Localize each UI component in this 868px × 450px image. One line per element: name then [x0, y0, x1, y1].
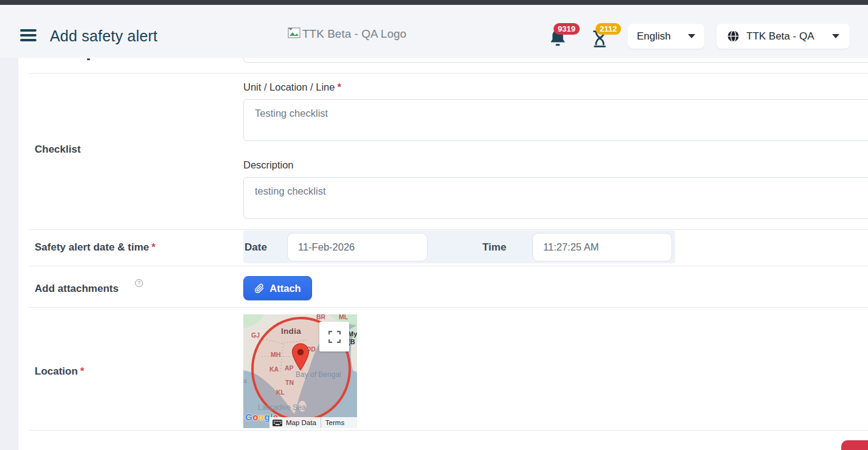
unit-location-line-value: Testing checklist — [255, 108, 328, 119]
broken-image-icon — [288, 27, 300, 41]
description-label: Description — [243, 159, 294, 171]
keyboard-icon[interactable] — [273, 420, 282, 426]
language-dropdown[interactable]: English — [628, 24, 704, 49]
map-state-label: KL — [276, 389, 285, 396]
bell-count-badge: 9319 — [554, 23, 580, 35]
unit-location-line-label-text: Unit / Location / Line — [243, 81, 335, 92]
map-state-label: TN — [285, 379, 294, 386]
partial-red-button[interactable] — [841, 440, 868, 450]
app-header: Add safety alert TTK Beta - QA Logo 9319… — [0, 5, 868, 58]
notifications-bell[interactable]: 9319 — [549, 22, 586, 51]
globe-icon — [727, 30, 740, 43]
attachments-row-label: Add attachments — [35, 283, 119, 295]
attach-button-label: Attach — [269, 283, 300, 294]
tenant-dropdown-label: TTK Beta - QA — [746, 30, 826, 43]
location-row-label: Location* — [35, 365, 84, 378]
datetime-row-label-text: Safety alert date & time — [35, 241, 149, 253]
required-asterisk: * — [80, 365, 85, 377]
map-state-label: GJ — [251, 331, 260, 339]
time-input[interactable]: 11:27:25 AM — [532, 233, 672, 261]
map-state-label: KA — [269, 365, 279, 373]
hourglass-count-badge: 2112 — [595, 23, 621, 35]
tenant-dropdown[interactable]: TTK Beta - QA — [717, 24, 850, 49]
map-sea-label: Laccadive Sea — [258, 403, 306, 412]
required-asterisk: * — [337, 81, 341, 92]
help-icon[interactable]: ? — [135, 279, 143, 287]
row-divider — [29, 266, 868, 266]
app-logo: TTK Beta - QA Logo — [288, 27, 406, 41]
required-asterisk: * — [151, 241, 156, 253]
map-state-label: MH — [271, 351, 280, 358]
date-input[interactable]: 11-Feb-2026 — [287, 233, 428, 261]
map-state-label: BR — [316, 314, 325, 320]
chevron-down-icon — [832, 34, 839, 38]
map-partial-label: My — [348, 330, 357, 338]
hamburger-menu-icon[interactable] — [20, 29, 36, 44]
attribution-divider — [321, 417, 321, 428]
terms-link[interactable]: Terms — [325, 419, 344, 426]
language-dropdown-label: English — [637, 30, 682, 43]
map-attribution-bar: Map Data Terms — [269, 417, 357, 428]
description-value: testing checklist — [255, 185, 325, 196]
map-fullscreen-button[interactable] — [319, 322, 349, 351]
row-divider — [29, 307, 868, 308]
time-label: Time — [482, 241, 506, 254]
unit-location-line-input[interactable]: Testing checklist — [243, 99, 868, 141]
pending-actions[interactable]: 2112 — [591, 22, 628, 51]
map-marker-pin[interactable] — [291, 343, 310, 374]
page-title: Add safety alert — [50, 27, 158, 45]
map-partial-label: a — [243, 377, 247, 384]
map-state-label: ML — [339, 314, 348, 320]
checklist-row-label: Checklist — [35, 144, 81, 156]
form-card: Checklist Unit / Location / Line* Testin… — [18, 58, 868, 450]
unit-location-line-label: Unit / Location / Line* — [243, 81, 341, 93]
date-label: Date — [245, 241, 267, 254]
location-row-label-text: Location — [35, 365, 78, 377]
description-input[interactable]: testing checklist — [243, 177, 868, 219]
logo-text: TTK Beta - QA Logo — [302, 27, 406, 41]
top-accent-bar — [0, 0, 868, 5]
datetime-row-label: Safety alert date & time* — [35, 241, 156, 254]
cutoff-input-partial[interactable] — [243, 58, 868, 63]
map-data-link[interactable]: Map Data — [286, 419, 316, 426]
row-divider — [29, 430, 868, 431]
paperclip-icon — [254, 283, 265, 294]
map-country-label: India — [281, 327, 301, 336]
attach-button[interactable]: Attach — [243, 276, 312, 300]
chevron-down-icon — [688, 34, 695, 38]
time-value: 11:27:25 AM — [543, 241, 599, 252]
row-divider — [29, 229, 868, 230]
date-value: 11-Feb-2026 — [298, 241, 355, 252]
cutoff-label-fragment — [87, 58, 90, 60]
row-divider — [29, 73, 868, 74]
location-map[interactable]: BR ML India GJ MH OD KA AP TN KL My (B a… — [243, 314, 357, 428]
